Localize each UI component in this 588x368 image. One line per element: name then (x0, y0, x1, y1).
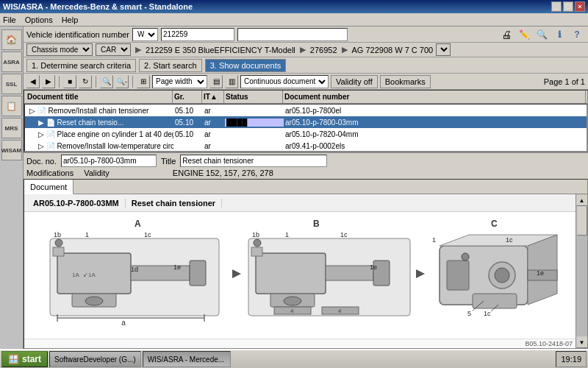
doc-tab-area: Document AR05.10-P-7800-03MM Reset chain… (24, 179, 588, 349)
scrollbar-track (576, 206, 587, 336)
validity-off-button[interactable]: Validity off (331, 75, 378, 88)
col-gr[interactable]: Gr. (173, 91, 202, 103)
row1-docnum: ar05.10-p-7800-03mm (284, 118, 585, 127)
bookmarks-button[interactable]: Bookmarks (380, 75, 431, 88)
doc-title-field[interactable] (180, 155, 327, 167)
tab-document[interactable]: Document (24, 180, 74, 194)
table-row[interactable]: ▷ 📄 Remove/Install chain tensioner 05.10… (25, 105, 587, 116)
svg-text:4: 4 (290, 308, 294, 314)
stop-button[interactable]: ■ (63, 75, 76, 88)
print-icon[interactable]: 🖨 (498, 26, 514, 43)
step1-button[interactable]: 1. Determine search criteria (26, 59, 136, 72)
minimize-button[interactable]: _ (551, 1, 562, 12)
taskbar-item-label-0: SoftwareDeveloper (G...) (54, 355, 136, 364)
svg-point-9 (55, 239, 62, 247)
nav-forward-button[interactable]: ▶ (42, 75, 55, 88)
svg-text:1: 1 (432, 236, 436, 244)
table-row[interactable]: ▷ 📄 Place engine on cylinder 1 at 40 deg… (25, 128, 587, 140)
menu-help[interactable]: Help (62, 15, 79, 24)
title-bar: WIS/ASRA - Mercedes-Benz & smart - Stand… (0, 0, 588, 13)
chassis-bar: Chassis mode CAR ▶ 212259 E 350 BlueEFFI… (24, 43, 588, 57)
svg-text:1A: 1A (72, 272, 79, 278)
row0-gr: 05.10 (173, 107, 203, 115)
svg-text:↙1A: ↙1A (83, 272, 96, 278)
vin-label: Vehicle identification number (26, 30, 129, 39)
chassis-mode-dropdown[interactable]: Chassis mode (26, 43, 93, 56)
info-icon[interactable]: ℹ (551, 26, 567, 43)
col-title[interactable]: Document title (26, 91, 173, 103)
app-title: WIS/ASRA - Mercedes-Benz & smart - Stand… (3, 2, 193, 11)
zoom-out-button[interactable]: 🔍- (115, 75, 129, 88)
scrollbar-thumb[interactable] (577, 206, 587, 236)
doc-no-label: Doc. no. (26, 157, 57, 166)
zoom-in-button[interactable]: 🔍 (100, 75, 113, 88)
step2-button[interactable]: 2. Start search (139, 59, 202, 72)
sidebar-home-button[interactable]: 🏠 (1, 29, 22, 50)
toolbar-sep1 (59, 76, 60, 88)
tool2-icon[interactable]: 🔍 (534, 26, 550, 43)
svg-text:1c: 1c (506, 236, 513, 244)
col-status[interactable]: Status (224, 91, 283, 103)
svg-text:a: a (121, 319, 126, 327)
chassis-sep1: ▶ (135, 45, 141, 54)
sidebar-wisam-button[interactable]: WISAM (1, 140, 22, 160)
chassis-sep2: ▶ (300, 45, 306, 54)
vin-type-dropdown[interactable]: WDD (132, 28, 158, 41)
svg-text:1: 1 (285, 231, 289, 238)
taskbar-item-0[interactable]: SoftwareDeveloper (G...) (49, 351, 141, 367)
chassis-vin-long: 212259 E 350 BlueEFFICIENCY T-Modell (146, 46, 295, 54)
question-icon[interactable]: ? (569, 26, 585, 43)
toolbar-sep3 (132, 76, 133, 88)
sidebar-mirs-button[interactable]: MRS (1, 118, 22, 138)
menu-bar: File Options Help (0, 13, 588, 26)
nav-back-button[interactable]: ◀ (26, 75, 40, 88)
svg-text:1d: 1d (131, 266, 138, 273)
sidebar-mid-button[interactable]: 📋 (1, 96, 22, 116)
scroll-down-button[interactable]: ▼ (576, 336, 588, 348)
view2-button[interactable]: ▤ (209, 75, 223, 88)
doc-content: AR05.10-P-7800-03MM Reset chain tensione… (24, 194, 576, 348)
svg-text:B: B (313, 219, 320, 229)
page-width-select[interactable]: Page width (152, 75, 207, 88)
step3-button[interactable]: 3. Show documents (205, 59, 287, 72)
doc-no-field[interactable] (61, 155, 157, 167)
view-button[interactable]: ⊞ (137, 75, 150, 88)
close-button[interactable]: × (575, 1, 585, 12)
search-input[interactable] (237, 28, 348, 41)
toolbar-sep2 (96, 76, 96, 88)
sidebar-asra-button[interactable]: ASRA (1, 52, 22, 72)
svg-rect-28 (251, 247, 262, 256)
taskbar-item-1[interactable]: WIS/ASRA - Mercede... (143, 351, 231, 367)
cont-doc-select[interactable]: Continuous document (240, 75, 329, 88)
col-it[interactable]: IT▲ (202, 91, 224, 103)
menu-file[interactable]: File (3, 15, 16, 24)
maximize-button[interactable]: □ (563, 1, 573, 12)
chassis-model-code: 276952 (310, 46, 337, 54)
col-docnum[interactable]: Document number (283, 91, 586, 103)
chassis-extra-dropdown[interactable]: ▼ (436, 43, 451, 56)
table-row[interactable]: ▶ 📄 Reset chain tensio... 05.10 ar ████ … (25, 116, 587, 128)
top-toolbar-icons: 🖨 ✏️ 🔍 ℹ ? (498, 26, 585, 43)
svg-point-11 (85, 297, 103, 305)
sidebar-ssl-button[interactable]: SSL (1, 74, 22, 94)
car-mode-dropdown[interactable]: CAR (96, 43, 131, 56)
svg-text:1c: 1c (340, 231, 348, 238)
row2-gr: 05.10 (173, 130, 203, 138)
doc-info-row1: Doc. no. Title (26, 155, 585, 167)
view3-button[interactable]: ▥ (225, 75, 238, 88)
chassis-engine-code: AG 722908 W 7 C 700 (352, 46, 434, 54)
start-label: start (22, 354, 41, 364)
menu-options[interactable]: Options (25, 15, 53, 24)
table-row[interactable]: ▷ 📄 Remove/Install low-temperature circu… (25, 140, 587, 152)
tool1-icon[interactable]: ✏️ (516, 26, 532, 43)
svg-point-48 (462, 253, 469, 261)
scroll-up-button[interactable]: ▲ (576, 194, 588, 206)
doc-list: ▷ 📄 Remove/Install chain tensioner 05.10… (24, 104, 587, 152)
row3-it: ar (203, 142, 225, 150)
start-button[interactable]: 🪟 start (1, 351, 48, 367)
vin-input[interactable] (161, 28, 234, 41)
svg-point-46 (495, 268, 509, 283)
footnote: B05.10-2418-07 (24, 339, 576, 348)
refresh-button[interactable]: ↻ (79, 75, 92, 88)
taskbar-item-label-1: WIS/ASRA - Mercede... (148, 355, 224, 364)
